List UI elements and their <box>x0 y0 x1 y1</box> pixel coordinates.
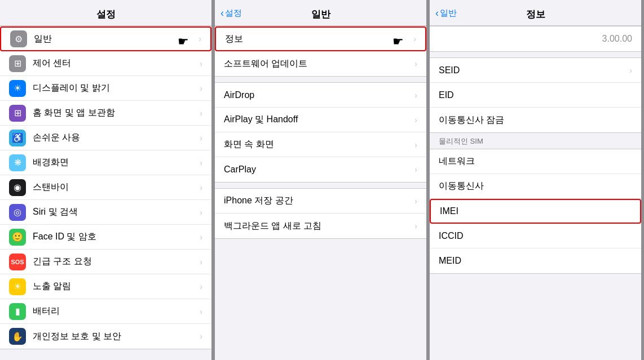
info-row-meid[interactable]: MEID <box>430 248 641 273</box>
homescreen-icon: ⊞ <box>9 105 26 122</box>
chevron-right-icon: › <box>414 115 417 125</box>
settings-item-homescreen[interactable]: ⊞ 홈 화면 및 앱 보관함 › <box>0 101 211 126</box>
settings-item-wallpaper[interactable]: ❋ 배경화면 › <box>0 150 211 175</box>
info-back-button[interactable]: ‹ 일반 <box>435 7 457 18</box>
general-item-airdrop[interactable]: AirDrop › <box>215 83 426 108</box>
info-header: ‹ 일반 정보 <box>430 0 641 26</box>
homescreen-label: 홈 화면 및 앱 보관함 <box>33 107 197 119</box>
general-title: 일반 <box>311 9 330 20</box>
carplay-label: CarPlay <box>224 165 412 175</box>
info-row-carrier-lock[interactable]: 이동통신사 잠금 <box>430 108 641 132</box>
settings-item-faceid[interactable]: 🙂 Face ID 및 암호 › <box>0 225 211 250</box>
info-top-section: 3.00.00 <box>430 26 641 52</box>
info-row-network[interactable]: 네트워크 <box>430 149 641 174</box>
chevron-right-icon: › <box>200 282 202 291</box>
general-section-0: 정보 ☛ › 소프트웨어 업데이트 › <box>215 26 426 77</box>
info-row-eid[interactable]: EID <box>430 83 641 108</box>
general-panel: ‹ 설정 일반 정보 ☛ › 소프트웨어 업데이트 › AirDrop › Ai… <box>215 0 426 360</box>
general-back-label: 설정 <box>225 7 242 18</box>
info-content: 3.00.00 SEID › EID 이동통신사 잠금 물리적인 SIM 네트워… <box>430 26 641 360</box>
general-content: 정보 ☛ › 소프트웨어 업데이트 › AirDrop › AirPlay 및 … <box>215 26 426 360</box>
faceid-label: Face ID 및 암호 <box>33 231 197 243</box>
info-section-4: 네트워크 이동통신사 IMEI ICCID MEID <box>430 149 641 274</box>
chevron-right-icon: › <box>200 59 202 68</box>
settings-panel: 설정 ⚙ 일반 ☛ › ⊞ 제어 센터 › ☀ 디스플레이 및 밝기 › ⊞ 홈… <box>0 0 211 360</box>
chevron-right-icon: › <box>200 134 202 143</box>
network-label: 네트워크 <box>439 155 475 167</box>
general-item-storage[interactable]: iPhone 저장 공간 › <box>215 189 426 214</box>
airplay-label: AirPlay 및 Handoff <box>224 114 412 126</box>
standby-icon: ◉ <box>9 179 26 196</box>
chevron-right-icon: › <box>414 197 417 206</box>
general-back-button[interactable]: ‹ 설정 <box>220 7 242 18</box>
background-label: 백그라운드 앱 새로 고침 <box>224 220 412 232</box>
info-row-carrier[interactable]: 이동통신사 <box>430 174 641 199</box>
general-icon: ⚙ <box>10 30 27 47</box>
chevron-right-icon: › <box>200 208 202 217</box>
section-header-physical-sim-header: 물리적인 SIM <box>430 133 641 149</box>
settings-item-siri[interactable]: ◎ Siri 및 검색 › <box>0 200 211 225</box>
chevron-right-icon: › <box>414 91 417 100</box>
chevron-right-icon: › <box>413 34 416 43</box>
pip-label: 화면 속 화면 <box>224 139 412 150</box>
info-row-imei[interactable]: IMEI <box>430 199 641 224</box>
carrier-lock-label: 이동통신사 잠금 <box>439 114 504 126</box>
general-item-pip[interactable]: 화면 속 화면 › <box>215 132 426 157</box>
info-row-seid[interactable]: SEID › <box>430 58 641 83</box>
chevron-right-icon: › <box>414 140 417 149</box>
settings-item-exposure[interactable]: ☀ 노출 알림 › <box>0 274 211 299</box>
seid-label: SEID <box>439 65 460 75</box>
general-item-carplay[interactable]: CarPlay › <box>215 157 426 182</box>
standby-label: 스탠바이 <box>33 181 197 193</box>
seid-value: › <box>629 66 632 75</box>
chevron-right-icon: › <box>200 332 202 341</box>
top-value: 3.00.00 <box>602 34 632 44</box>
privacy-icon: ✋ <box>9 328 26 345</box>
chevron-right-icon: › <box>200 109 202 118</box>
faceid-icon: 🙂 <box>9 229 26 246</box>
settings-list: ⚙ 일반 ☛ › ⊞ 제어 센터 › ☀ 디스플레이 및 밝기 › ⊞ 홈 화면… <box>0 26 211 360</box>
settings-item-standby[interactable]: ◉ 스탠바이 › <box>0 175 211 200</box>
emergency-label: 긴급 구조 요청 <box>33 256 197 268</box>
settings-title: 설정 <box>96 9 116 20</box>
exposure-icon: ☀ <box>9 278 26 295</box>
chevron-right-icon: › <box>199 34 201 43</box>
airdrop-label: AirDrop <box>224 90 412 100</box>
storage-label: iPhone 저장 공간 <box>224 195 412 207</box>
general-item-software[interactable]: 소프트웨어 업데이트 › <box>215 51 426 76</box>
chevron-right-icon: › <box>414 165 417 174</box>
general-item-background[interactable]: 백그라운드 앱 새로 고침 › <box>215 214 426 238</box>
info-section-0: SEID › EID 이동통신사 잠금 <box>430 57 641 133</box>
emergency-icon: SOS <box>9 254 26 270</box>
settings-item-control-center[interactable]: ⊞ 제어 센터 › <box>0 51 211 76</box>
chevron-right-icon: › <box>200 158 202 167</box>
siri-icon: ◎ <box>9 204 26 221</box>
general-label: 일반 <box>34 33 196 45</box>
accessibility-label: 손쉬운 사용 <box>33 132 197 144</box>
settings-item-display[interactable]: ☀ 디스플레이 및 밝기 › <box>0 76 211 101</box>
settings-item-emergency[interactable]: SOS 긴급 구조 요청 › <box>0 250 211 274</box>
back-chevron-icon2: ‹ <box>435 8 439 18</box>
display-icon: ☀ <box>9 80 26 97</box>
info-top-row[interactable]: 3.00.00 <box>430 26 641 51</box>
general-section-2: iPhone 저장 공간 › 백그라운드 앱 새로 고침 › <box>215 188 426 239</box>
about-label: 정보 <box>225 33 411 45</box>
imei-label: IMEI <box>440 206 458 216</box>
general-item-airplay[interactable]: AirPlay 및 Handoff › <box>215 108 426 132</box>
settings-section-main: ⚙ 일반 ☛ › ⊞ 제어 센터 › ☀ 디스플레이 및 밝기 › ⊞ 홈 화면… <box>0 26 211 349</box>
settings-item-privacy[interactable]: ✋ 개인정보 보호 및 보안 › <box>0 324 211 349</box>
settings-item-battery[interactable]: ▮ 배터리 › <box>0 299 211 324</box>
battery-label: 배터리 <box>33 305 197 317</box>
settings-header: 설정 <box>0 0 211 26</box>
general-item-about[interactable]: 정보 ☛ › <box>215 26 426 51</box>
meid-label: MEID <box>439 256 461 266</box>
eid-label: EID <box>439 90 454 100</box>
info-row-iccid[interactable]: ICCID <box>430 224 641 248</box>
chevron-right-icon: › <box>200 307 202 316</box>
chevron-right-icon: › <box>200 233 202 242</box>
privacy-label: 개인정보 보호 및 보안 <box>33 331 197 343</box>
settings-item-accessibility[interactable]: ♿ 손쉬운 사용 › <box>0 126 211 150</box>
settings-item-general[interactable]: ⚙ 일반 ☛ › <box>0 26 211 51</box>
general-section-1: AirDrop › AirPlay 및 Handoff › 화면 속 화면 › … <box>215 82 426 183</box>
wallpaper-label: 배경화면 <box>33 157 197 168</box>
